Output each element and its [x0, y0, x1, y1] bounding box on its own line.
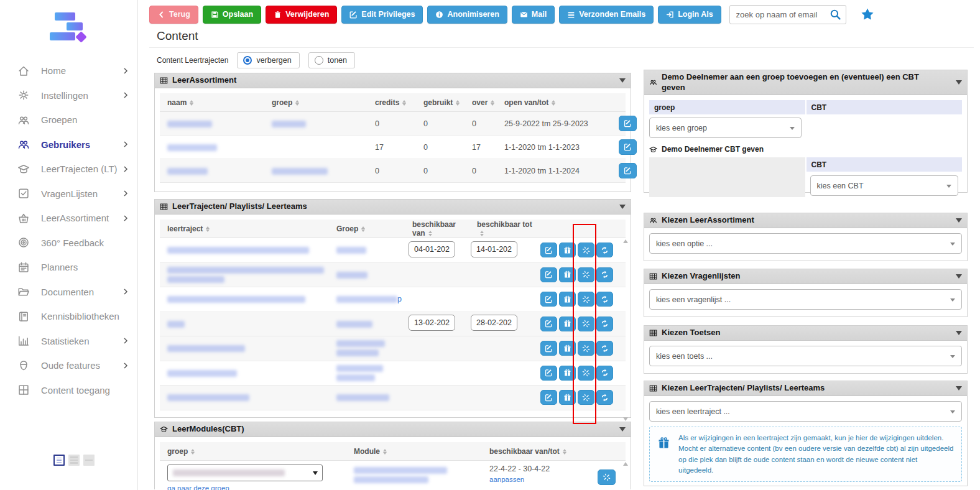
- gift-button[interactable]: [559, 292, 576, 307]
- sidebar-item-instellingen[interactable]: Instellingen: [0, 83, 138, 108]
- col-over[interactable]: over: [465, 98, 497, 107]
- col-beschikbaar-tot[interactable]: beschikbaar tot: [469, 220, 538, 238]
- search-icon[interactable]: [830, 9, 841, 21]
- sidebar-item-groepen[interactable]: Groepen: [0, 108, 138, 132]
- gift-button[interactable]: [559, 267, 576, 282]
- kies-optie-select[interactable]: kies een optie ...: [649, 233, 962, 254]
- collapse-caret-icon[interactable]: [956, 218, 962, 223]
- view-toggle-grid[interactable]: [68, 455, 80, 466]
- edit-button[interactable]: [540, 366, 557, 381]
- sidebar-item-kennisbibliotheken[interactable]: Kennisbibliotheken: [0, 304, 138, 329]
- edit-button[interactable]: [540, 341, 557, 356]
- gift-button[interactable]: [559, 317, 576, 331]
- beschikbaar-tot-input[interactable]: 28-02-202: [471, 315, 517, 331]
- radio-tonen[interactable]: tonen: [308, 52, 355, 68]
- edit-button[interactable]: [540, 390, 557, 405]
- login-als-button[interactable]: Login Als: [658, 6, 721, 24]
- col-credits[interactable]: credits: [368, 98, 416, 107]
- refresh-button[interactable]: [596, 366, 613, 381]
- col-groep[interactable]: groep: [160, 447, 346, 456]
- sidebar-item-planners[interactable]: Planners: [0, 255, 138, 280]
- scroll-up-icon[interactable]: [623, 462, 628, 466]
- ga-naar-groep-link[interactable]: ga naar deze groep: [167, 484, 229, 490]
- aanpassen-link[interactable]: aanpassen: [489, 476, 524, 483]
- sidebar-item-360-feedback[interactable]: 360° Feedback: [0, 231, 138, 256]
- sidebar-item-vragenlijsten[interactable]: VragenLijsten: [0, 182, 138, 206]
- collapse-caret-icon[interactable]: [619, 78, 626, 83]
- favorite-star-icon[interactable]: [861, 7, 874, 21]
- col-naam[interactable]: naam: [160, 98, 264, 107]
- groep-select[interactable]: [167, 465, 323, 481]
- groep-suffix[interactable]: p: [397, 295, 402, 303]
- sidebar-item-leertrajecten[interactable]: LeerTrajecten (LT): [0, 157, 138, 182]
- unlink-button[interactable]: [578, 317, 594, 331]
- edit-button[interactable]: [540, 267, 557, 282]
- sidebar-item-home[interactable]: Home: [0, 58, 138, 83]
- sidebar-item-content-toegang[interactable]: Content toegang: [0, 378, 138, 403]
- unlink-button[interactable]: [578, 366, 594, 381]
- sidebar-item-statistieken[interactable]: Statistieken: [0, 329, 138, 354]
- collapse-caret-icon[interactable]: [619, 205, 626, 209]
- unlink-button[interactable]: [578, 390, 594, 405]
- refresh-button[interactable]: [596, 267, 613, 282]
- kies-toets-select[interactable]: kies een toets ...: [649, 346, 962, 366]
- col-leertraject[interactable]: leertraject: [160, 224, 329, 233]
- collapse-caret-icon[interactable]: [956, 331, 962, 335]
- unlink-button[interactable]: [578, 267, 594, 282]
- scroll-down-icon[interactable]: [623, 417, 628, 421]
- anonimiseren-button[interactable]: Anonimiseren: [427, 6, 507, 24]
- mail-button[interactable]: Mail: [512, 6, 555, 24]
- refresh-button[interactable]: [596, 292, 613, 307]
- edit-button[interactable]: [540, 243, 557, 257]
- gift-button[interactable]: [559, 341, 576, 356]
- opslaan-button[interactable]: Opslaan: [203, 6, 261, 24]
- sidebar-item-leerassortiment[interactable]: LeerAssortiment: [0, 206, 138, 231]
- kies-vragenlijst-select[interactable]: kies een vragenlijst ...: [649, 289, 962, 310]
- refresh-button[interactable]: [596, 341, 613, 356]
- view-toggle-compact[interactable]: [83, 455, 95, 466]
- gift-button[interactable]: [559, 243, 576, 257]
- terug-button[interactable]: Terug: [149, 6, 198, 24]
- refresh-button[interactable]: [596, 317, 613, 331]
- col-groep[interactable]: Groep: [329, 224, 405, 233]
- beschikbaar-van-input[interactable]: 13-02-202: [409, 315, 455, 331]
- edit-button[interactable]: [540, 292, 557, 307]
- collapse-caret-icon[interactable]: [956, 274, 962, 279]
- edit-button[interactable]: [619, 163, 637, 178]
- collapse-caret-icon[interactable]: [619, 427, 626, 432]
- app-logo[interactable]: [0, 0, 138, 50]
- kies-cbt-select[interactable]: kies een CBT: [810, 175, 959, 196]
- col-gebruikt[interactable]: gebruikt: [416, 98, 465, 107]
- radio-verbergen[interactable]: verbergen: [237, 52, 299, 68]
- unlink-button[interactable]: [578, 341, 594, 356]
- sidebar-item-gebruikers[interactable]: Gebruikers: [0, 132, 138, 157]
- beschikbaar-van-input[interactable]: 04-01-202: [409, 241, 455, 257]
- kies-leertraject-select[interactable]: kies een leertraject ...: [649, 401, 962, 422]
- edit-button[interactable]: [619, 139, 637, 155]
- edit-button[interactable]: [540, 317, 557, 331]
- scroll-up-icon[interactable]: [623, 239, 628, 243]
- unlink-button[interactable]: [578, 243, 594, 257]
- col-beschikbaar-van-tot[interactable]: beschikbaar van/tot: [482, 447, 595, 456]
- collapse-caret-icon[interactable]: [956, 80, 962, 85]
- view-toggle-list[interactable]: [53, 455, 65, 466]
- sidebar-item-documenten[interactable]: Documenten: [0, 280, 138, 305]
- unlink-button[interactable]: [578, 292, 594, 307]
- col-open-van-tot[interactable]: open van/tot: [497, 98, 619, 107]
- verwijderen-button[interactable]: Verwijderen: [266, 6, 337, 24]
- gift-button[interactable]: [559, 366, 576, 381]
- unlink-button[interactable]: [598, 469, 616, 485]
- gift-button[interactable]: [559, 390, 576, 405]
- search-input[interactable]: [729, 5, 846, 24]
- col-groep[interactable]: groep: [264, 98, 368, 107]
- edit-button[interactable]: [619, 116, 637, 131]
- col-beschikbaar-van[interactable]: beschikbaar van: [405, 220, 469, 238]
- refresh-button[interactable]: [596, 243, 613, 257]
- edit-privileges-button[interactable]: Edit Privileges: [341, 6, 423, 24]
- beschikbaar-tot-input[interactable]: 14-01-202: [471, 241, 517, 257]
- verzonden-emails-button[interactable]: Verzonden Emails: [559, 6, 654, 24]
- kies-groep-select[interactable]: kies een groep: [649, 118, 802, 138]
- col-module[interactable]: Module: [346, 447, 482, 456]
- collapse-caret-icon[interactable]: [956, 386, 962, 391]
- sidebar-item-oude-features[interactable]: Oude features: [0, 353, 138, 378]
